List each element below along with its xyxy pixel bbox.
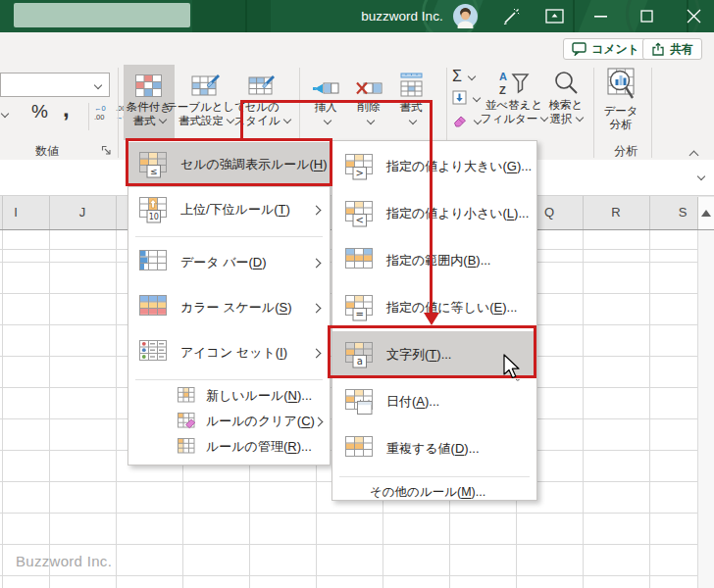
menu-item-label: 上位/下位ルール(T) [180, 201, 290, 219]
button-label-line1: テーブルとして [166, 100, 246, 114]
share-icon [651, 42, 665, 56]
number-group-label: 数値 [24, 143, 71, 160]
menu-item-top-bottom-rules[interactable]: 10上位/下位ルール(T) [128, 187, 330, 232]
comma-style-button[interactable]: , [63, 95, 70, 122]
data-analysis-icon [606, 65, 636, 104]
date-icon [345, 389, 375, 416]
menu-item-icon-sets[interactable]: アイコン セット(I) [128, 330, 330, 375]
menu-item-color-scales[interactable]: カラー スケール(S) [128, 285, 330, 330]
annotation-box-highlight-rules [126, 138, 332, 186]
sort-filter-button[interactable]: A Z 並べ替えと フィルター [486, 63, 541, 138]
button-label-line2: 選択 [550, 113, 573, 124]
menu-item-new-rule[interactable]: 新しいルール(N)... [128, 383, 330, 409]
fill-button[interactable] [452, 90, 480, 105]
annotation-line [240, 100, 243, 139]
chevron-down-icon [409, 117, 417, 124]
column-header-I[interactable]: I [4, 196, 27, 229]
titlebar-decoration [245, 0, 247, 32]
insert-cells-icon [312, 69, 339, 100]
find-select-button[interactable]: 検索と 選択 [543, 63, 588, 138]
search-box-remnant[interactable] [14, 3, 190, 27]
maximize-button[interactable] [633, 0, 660, 32]
chevron-down-icon [158, 116, 166, 123]
ribbon-display-options-icon[interactable] [541, 0, 567, 32]
minimize-button[interactable] [586, 0, 614, 32]
dialog-launcher-icon[interactable] [101, 145, 112, 156]
chevron-up-icon [689, 151, 699, 161]
less-than-icon: < [345, 201, 375, 227]
menu-item-label: カラー スケール(S) [180, 299, 291, 317]
menu-item-manage-rules[interactable]: ルールの管理(R)... [128, 434, 330, 460]
button-label-line1: データ [603, 104, 638, 118]
menu-item-label: 指定の範囲内(B)... [386, 252, 490, 270]
data-analysis-button[interactable]: データ 分析 [598, 61, 643, 136]
annotation-arrowhead [424, 313, 439, 325]
window-title: buzzword Inc. [333, 0, 471, 32]
format-as-table-button[interactable]: テーブルとして 書式設定 [175, 65, 237, 140]
menu-item-label: 指定の値に等しい(E)... [386, 299, 517, 317]
menu-item-label: 新しいルール(N)... [206, 387, 312, 405]
menu-item-greater-than[interactable]: >指定の値より大きい(G)... [332, 143, 536, 190]
menu-item-label: アイコン セット(I) [180, 344, 287, 362]
menu-item-less-than[interactable]: <指定の値より小さい(L)... [332, 190, 536, 237]
scroll-up-button[interactable] [697, 197, 714, 229]
vertical-scrollbar[interactable] [697, 230, 714, 588]
submenu-arrow-icon [312, 205, 322, 215]
menu-item-clear-rules[interactable]: ルールのクリア(C) [128, 409, 330, 434]
clear-rules-icon [178, 413, 197, 430]
menu-item-more-rules[interactable]: その他のルール(M)... [332, 480, 536, 504]
autosum-button[interactable]: Σ [452, 68, 475, 85]
menu-item-label: 重複する値(D)... [386, 440, 480, 458]
group-separator [118, 68, 119, 158]
separator [88, 103, 89, 130]
chevron-down-icon [94, 81, 102, 89]
column-header-R[interactable]: R [604, 196, 628, 229]
menu-item-label: 指定の値より大きい(G)... [386, 158, 532, 175]
conditional-formatting-icon [134, 69, 164, 100]
comments-button[interactable]: コメント [563, 38, 648, 60]
clear-button[interactable] [452, 113, 481, 127]
annotation-line [240, 100, 433, 103]
menu-item-data-bars[interactable]: データ バー(D) [128, 240, 330, 285]
column-header-Q[interactable]: Q [537, 196, 561, 229]
user-avatar[interactable] [452, 0, 478, 32]
sigma-icon: Σ [452, 68, 462, 85]
cell-styles-icon [248, 69, 276, 100]
data-bars-icon [139, 250, 169, 276]
submenu-arrow-icon [312, 258, 322, 268]
menu-item-between[interactable]: 指定の範囲内(B)... [332, 237, 536, 284]
eraser-icon [452, 113, 468, 127]
menu-item-duplicate-values[interactable]: 重複する値(D)... [332, 425, 536, 472]
chevron-down-icon [575, 114, 583, 122]
analysis-group-label: 分析 [602, 143, 649, 160]
equal-to-icon: = [345, 295, 375, 321]
titlebar: buzzword Inc. [0, 0, 714, 32]
expand-formula-bar-icon[interactable] [697, 172, 705, 180]
conditional-formatting-menu: ≤セルの強調表示ルール(H) 10上位/下位ルール(T) データ バー(D) カ… [128, 140, 331, 466]
menu-item-label: ルールの管理(R)... [206, 438, 312, 456]
excel-window: buzzword Inc. [0, 0, 714, 588]
button-label-line2: 書式設定 [178, 115, 224, 126]
color-scales-icon [139, 295, 169, 321]
button-label-line1: 検索と [549, 98, 584, 112]
menu-item-date[interactable]: 日付(A)... [332, 378, 536, 425]
chevron-down-icon [324, 117, 332, 124]
percent-style-button[interactable]: % [31, 101, 48, 122]
column-header-S[interactable]: S [671, 196, 694, 229]
button-label-line1: 並べ替えと [485, 98, 542, 112]
top-bottom-rules-icon: 10 [139, 197, 169, 223]
duplicate-values-icon [345, 436, 375, 463]
group-separator [651, 68, 652, 158]
increase-decimal-button[interactable]: ←0 .00 [94, 104, 114, 122]
menu-separator [128, 232, 330, 240]
submenu-arrow-icon [312, 348, 322, 358]
menu-item-label: 指定の値より小さい(L)... [386, 205, 529, 222]
number-format-combobox[interactable] [0, 73, 110, 97]
button-label-line2: フィルター [481, 113, 538, 124]
close-button[interactable] [679, 0, 708, 32]
watermark: Buzzword Inc. [16, 553, 112, 569]
menu-separator [128, 375, 330, 383]
share-button[interactable]: 共有 [642, 38, 702, 60]
ink-pen-icon[interactable] [498, 0, 524, 32]
column-header-J[interactable]: J [71, 196, 94, 229]
